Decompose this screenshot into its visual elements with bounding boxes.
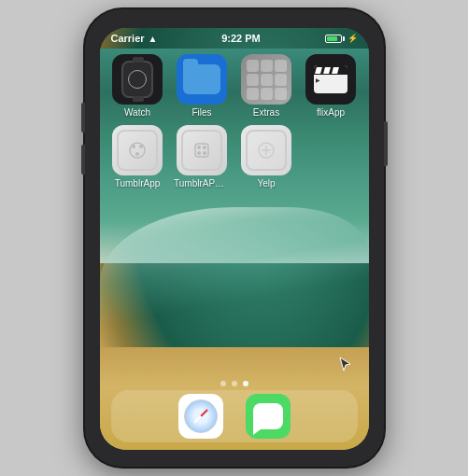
files-label: Files — [191, 107, 211, 118]
clapboard-body: ▶ — [314, 75, 347, 85]
phone-frame: Carrier ▲ 9:22 PM ⚡ — [85, 9, 384, 467]
tumblr-label: TumblrApp — [115, 178, 161, 189]
page-dots — [100, 381, 369, 386]
yelp-pattern — [241, 125, 291, 175]
app-tumblr[interactable]: TumblrApp — [109, 125, 166, 189]
tumblrapp2-label: TumblrAPP_E... — [174, 178, 230, 189]
flix-label: flixApp — [317, 107, 345, 118]
dock — [111, 390, 358, 442]
extras-icon — [241, 54, 291, 105]
message-bubble — [253, 403, 283, 429]
svg-rect-4 — [195, 144, 208, 157]
safari-compass — [184, 399, 218, 433]
tumblr-icon — [112, 125, 163, 175]
flix-icon: ▶ — [305, 54, 356, 105]
yelp-icon — [241, 125, 291, 175]
power-button[interactable] — [384, 121, 388, 166]
wallpaper-wave — [100, 207, 369, 357]
dock-safari[interactable] — [178, 394, 223, 439]
dock-messages[interactable] — [246, 394, 291, 439]
app-yelp[interactable]: Yelp — [238, 125, 295, 189]
volume-down-button[interactable] — [81, 145, 85, 175]
extras-grid — [243, 56, 291, 104]
status-bar: Carrier ▲ 9:22 PM ⚡ — [100, 28, 369, 49]
page-dot-1[interactable] — [220, 381, 226, 386]
bolt-icon: ⚡ — [347, 34, 358, 43]
svg-point-7 — [197, 151, 201, 155]
page-dot-3[interactable] — [243, 381, 248, 386]
svg-point-5 — [197, 146, 201, 149]
compass-needle — [193, 409, 208, 424]
phone-screen: Carrier ▲ 9:22 PM ⚡ — [100, 28, 369, 450]
tumblrapp2-icon — [177, 125, 227, 175]
tumblr-pattern — [112, 125, 163, 175]
app-files[interactable]: Files — [174, 54, 231, 118]
battery-icon — [325, 35, 345, 43]
svg-point-8 — [203, 151, 206, 155]
app-watch[interactable]: Watch — [109, 54, 166, 118]
watch-label: Watch — [124, 107, 150, 118]
status-battery: ⚡ — [325, 34, 358, 43]
app-tumblrapp2[interactable]: TumblrAPP_E... — [174, 125, 231, 189]
tumblr-inner-2 — [181, 130, 222, 171]
svg-point-6 — [203, 146, 206, 149]
svg-point-2 — [139, 145, 143, 148]
watch-hands — [128, 70, 147, 89]
svg-point-1 — [132, 145, 135, 148]
svg-point-3 — [135, 152, 139, 156]
tumblr-inner — [117, 130, 158, 171]
status-time: 9:22 PM — [221, 33, 261, 44]
watch-face — [121, 61, 153, 98]
folder-shape — [183, 64, 220, 94]
clapboard: ▶ — [314, 65, 347, 93]
needle-white — [193, 415, 201, 423]
tumblr-pattern-2 — [177, 125, 227, 175]
wifi-icon: ▲ — [149, 34, 158, 44]
status-carrier: Carrier ▲ — [111, 33, 158, 44]
volume-up-button[interactable] — [81, 103, 85, 133]
page-dot-2[interactable] — [232, 381, 237, 386]
watch-icon — [112, 54, 163, 105]
yelp-label: Yelp — [257, 178, 275, 189]
app-flix[interactable]: ▶ flixApp — [303, 54, 360, 118]
app-extras[interactable]: Extras — [238, 54, 295, 118]
files-icon — [177, 54, 227, 105]
extras-label: Extras — [253, 107, 279, 118]
apps-grid: Watch Files — [109, 54, 360, 189]
yelp-inner — [246, 130, 287, 171]
carrier-label: Carrier — [111, 33, 145, 44]
